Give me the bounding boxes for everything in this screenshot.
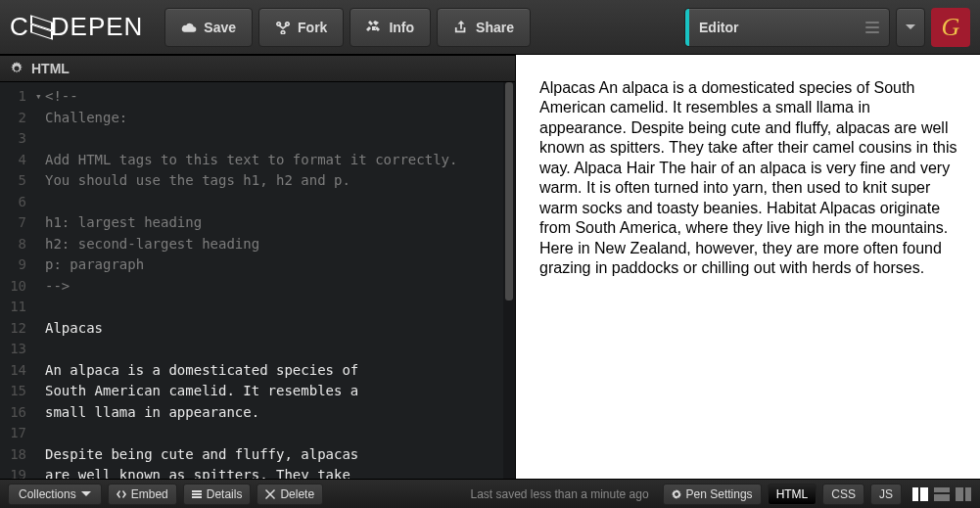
code-line[interactable]: South American camelid. It resembles a bbox=[35, 381, 505, 402]
layout-right[interactable] bbox=[955, 486, 972, 502]
code-line[interactable]: Despite being cute and fluffy, alpacas bbox=[35, 444, 505, 466]
embed-button[interactable]: Embed bbox=[108, 484, 177, 505]
view-mode-label: Editor bbox=[699, 20, 856, 35]
share-label: Share bbox=[476, 20, 514, 35]
code-line[interactable]: Add HTML tags to this text to format it … bbox=[35, 150, 505, 171]
tab-html-label: HTML bbox=[776, 487, 809, 501]
code-text: Alpacas bbox=[45, 318, 103, 340]
chevron-down-icon bbox=[906, 23, 915, 32]
info-icon bbox=[366, 21, 382, 34]
line-number: 14 bbox=[0, 360, 26, 382]
info-button[interactable]: Info bbox=[350, 8, 431, 47]
code-text: Add HTML tags to this text to format it … bbox=[45, 150, 457, 171]
line-number: 16 bbox=[0, 402, 26, 424]
line-number: 17 bbox=[0, 423, 26, 444]
code-pane: HTML 12345678910111213141516171819 ▾<!--… bbox=[0, 55, 516, 479]
delete-button[interactable]: Delete bbox=[257, 484, 323, 505]
code-line[interactable]: are well known as spitters. They take bbox=[35, 465, 505, 479]
codepen-logo[interactable]: C DEPEN bbox=[10, 12, 143, 42]
code-text: small llama in appearance. bbox=[45, 402, 259, 424]
vertical-scrollbar[interactable] bbox=[503, 82, 515, 479]
code-text: You should use the tags h1, h2 and p. bbox=[45, 170, 350, 192]
delete-label: Delete bbox=[280, 487, 314, 501]
fork-button[interactable]: Fork bbox=[258, 8, 344, 47]
preview-pane: Alpacas An alpaca is a domesticated spec… bbox=[516, 55, 980, 479]
logo-cube-icon bbox=[30, 19, 50, 38]
pane-title: HTML bbox=[31, 61, 70, 76]
app-footer: Collections Embed Details Delete Last sa… bbox=[0, 479, 980, 508]
share-button[interactable]: Share bbox=[437, 8, 531, 47]
avatar-initial: G bbox=[942, 13, 960, 42]
close-icon bbox=[265, 489, 275, 499]
svg-rect-2 bbox=[934, 487, 950, 492]
save-status: Last saved less than a minute ago bbox=[470, 487, 648, 501]
code-text: South American camelid. It resembles a bbox=[45, 381, 358, 402]
layout-left[interactable] bbox=[911, 486, 929, 502]
gear-icon bbox=[10, 62, 23, 75]
code-line[interactable]: h1: largest heading bbox=[35, 212, 505, 234]
code-line[interactable]: small llama in appearance. bbox=[35, 402, 505, 424]
line-number: 15 bbox=[0, 381, 26, 402]
code-line[interactable]: p: paragraph bbox=[35, 254, 505, 276]
view-mode-caret[interactable] bbox=[896, 8, 925, 47]
code-editor[interactable]: 12345678910111213141516171819 ▾<!-- Chal… bbox=[0, 82, 515, 479]
collections-dropdown[interactable]: Collections bbox=[8, 484, 102, 505]
menu-icon bbox=[865, 22, 879, 33]
tab-css-label: CSS bbox=[831, 487, 856, 501]
code-line[interactable]: Alpacas bbox=[35, 318, 505, 340]
fork-label: Fork bbox=[298, 20, 327, 35]
tab-html[interactable]: HTML bbox=[768, 484, 817, 505]
app-header: C DEPEN Save Fork Info Share Editor G bbox=[0, 0, 980, 55]
gear-icon bbox=[672, 489, 681, 499]
code-text: --> bbox=[45, 276, 70, 298]
code-line[interactable]: h2: second-largest heading bbox=[35, 234, 505, 255]
code-icon bbox=[117, 489, 126, 499]
line-number: 11 bbox=[0, 297, 26, 318]
line-number: 13 bbox=[0, 339, 26, 360]
code-line[interactable] bbox=[35, 339, 505, 360]
line-number: 12 bbox=[0, 318, 26, 340]
share-icon bbox=[453, 21, 469, 34]
line-number: 5 bbox=[0, 170, 26, 192]
line-number: 7 bbox=[0, 212, 26, 234]
user-avatar[interactable]: G bbox=[931, 8, 970, 47]
pen-settings-button[interactable]: Pen Settings bbox=[663, 484, 762, 505]
line-number: 2 bbox=[0, 108, 26, 129]
save-button[interactable]: Save bbox=[164, 8, 253, 47]
code-pane-header[interactable]: HTML bbox=[0, 55, 515, 82]
code-line[interactable]: ▾<!-- bbox=[35, 86, 505, 108]
svg-rect-1 bbox=[920, 487, 928, 501]
info-label: Info bbox=[389, 20, 414, 35]
code-content[interactable]: ▾<!-- Challenge: Add HTML tags to this t… bbox=[31, 82, 515, 479]
code-text: An alpaca is a domesticated species of bbox=[45, 360, 358, 382]
scrollbar-thumb[interactable] bbox=[505, 82, 513, 300]
tab-css[interactable]: CSS bbox=[822, 484, 864, 505]
svg-rect-4 bbox=[956, 487, 963, 501]
svg-rect-0 bbox=[912, 487, 918, 501]
layout-switcher bbox=[911, 486, 972, 502]
code-line[interactable]: Challenge: bbox=[35, 108, 505, 129]
line-number: 19 bbox=[0, 465, 26, 479]
code-line[interactable]: An alpaca is a domesticated species of bbox=[35, 360, 505, 382]
code-line[interactable]: --> bbox=[35, 276, 505, 298]
fork-icon bbox=[275, 21, 291, 34]
layout-top[interactable] bbox=[933, 486, 951, 502]
code-line[interactable]: You should use the tags h1, h2 and p. bbox=[35, 170, 505, 192]
code-text: <!-- bbox=[45, 86, 78, 108]
collections-label: Collections bbox=[19, 487, 76, 501]
code-line[interactable] bbox=[35, 423, 505, 444]
tab-js-label: JS bbox=[879, 487, 893, 501]
svg-rect-3 bbox=[934, 494, 950, 501]
details-button[interactable]: Details bbox=[183, 484, 252, 505]
code-line[interactable] bbox=[35, 297, 505, 318]
code-line[interactable] bbox=[35, 192, 505, 213]
view-mode-dropdown[interactable]: Editor bbox=[684, 8, 890, 47]
line-numbers: 12345678910111213141516171819 bbox=[0, 82, 31, 479]
preview-text: Alpacas An alpaca is a domesticated spec… bbox=[539, 79, 957, 276]
code-text: p: paragraph bbox=[45, 254, 144, 276]
save-label: Save bbox=[204, 20, 236, 35]
tab-js[interactable]: JS bbox=[870, 484, 902, 505]
fold-icon[interactable]: ▾ bbox=[35, 86, 45, 108]
code-line[interactable] bbox=[35, 128, 505, 150]
line-number: 8 bbox=[0, 234, 26, 255]
